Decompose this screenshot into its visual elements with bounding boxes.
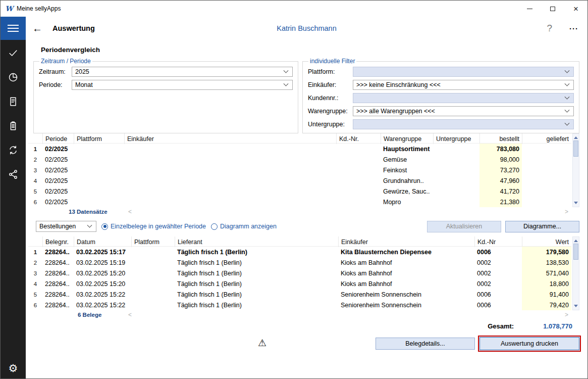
- table-row[interactable]: 1 228264.. 03.02.2025 15:17 Täglich fris…: [28, 247, 571, 257]
- warengruppe-select[interactable]: >>> alle Warengruppen <<<: [353, 106, 574, 116]
- section-heading: Periodenvergleich: [41, 46, 587, 54]
- sidebar-item-auswertung[interactable]: [1, 65, 26, 89]
- table-row[interactable]: 5 02/2025 Gewürze, Sauc.. 41,720: [28, 186, 571, 197]
- chevron-down-icon: [284, 68, 289, 73]
- scroll-left-icon[interactable]: <: [128, 208, 132, 215]
- belegtyp-select[interactable]: Bestellungen: [36, 221, 96, 232]
- table-row[interactable]: 3 02/2025 Feinkost 73,270: [28, 165, 571, 175]
- back-button[interactable]: ←: [32, 23, 42, 33]
- sidebar-item-share[interactable]: [1, 162, 26, 186]
- table-row[interactable]: 3 228264.. 03.02.2025 15:20 Täglich fris…: [28, 268, 571, 278]
- scrollbar-thumb[interactable]: [573, 244, 578, 260]
- page-title: Auswertung: [52, 24, 95, 32]
- scroll-up-icon[interactable]: [574, 240, 578, 242]
- detail-table-header[interactable]: Belegnr. Datum Plattform Lieferant Einkä…: [28, 236, 571, 247]
- radio-diagramm[interactable]: Diagramm anzeigen: [211, 223, 277, 230]
- col-lieferant[interactable]: Lieferant: [175, 236, 338, 247]
- app-header: ← Auswertung Katrin Buschmann ? ···: [26, 17, 587, 40]
- scroll-left-icon[interactable]: <: [128, 311, 132, 318]
- table-row[interactable]: 5 228264.. 03.02.2025 15:22 Täglich fris…: [28, 289, 571, 300]
- col-periode[interactable]: Periode: [42, 133, 74, 144]
- untergruppe-select[interactable]: [353, 119, 574, 129]
- col-untergruppe[interactable]: Untergruppe: [433, 133, 479, 144]
- clipboard-icon: [8, 120, 19, 131]
- aktualisieren-button[interactable]: Aktualisieren: [427, 221, 501, 232]
- maximize-icon: [550, 7, 555, 11]
- col-belegnr[interactable]: Belegnr.: [42, 236, 74, 247]
- belegdetails-button[interactable]: Belegdetails...: [376, 338, 475, 350]
- diagramme-button[interactable]: Diagramme...: [505, 221, 579, 232]
- chevron-down-icon: [565, 94, 570, 99]
- sync-icon: [8, 145, 19, 156]
- table-row[interactable]: 4 228264.. 03.02.2025 15:20 Täglich fris…: [28, 278, 571, 289]
- col-geliefert[interactable]: geliefert: [522, 133, 571, 144]
- gesamt-value: 1.078,770: [543, 322, 572, 330]
- scroll-right-icon[interactable]: >: [565, 208, 568, 215]
- scroll-down-icon[interactable]: [574, 202, 578, 204]
- table-row[interactable]: 6 228264.. 03.02.2025 15:22 Täglich fris…: [28, 300, 571, 310]
- pie-chart-icon: [8, 72, 19, 83]
- more-button[interactable]: ···: [569, 24, 578, 33]
- share-icon: [8, 169, 19, 180]
- period-table-scrollbar[interactable]: [572, 133, 579, 207]
- table-row[interactable]: 1 02/2025 Hauptsortiment 783,080: [28, 144, 571, 154]
- bottom-actions: ⚠ Belegdetails... Auswertung drucken: [28, 336, 579, 352]
- titlebar: W Meine sellyApps ×: [1, 1, 587, 17]
- gear-icon: ⚙: [9, 362, 18, 374]
- table-row[interactable]: 6 02/2025 Mopro 21,380: [28, 197, 571, 207]
- auswertung-drucken-button[interactable]: Auswertung drucken: [479, 337, 579, 350]
- settings-button[interactable]: ⚙: [9, 362, 18, 374]
- record-count: 13 Datensätze: [69, 209, 108, 215]
- detail-table-footer: 6 Belege < >: [28, 310, 579, 319]
- periode-select[interactable]: Monat: [72, 80, 293, 90]
- minimize-button[interactable]: [518, 1, 541, 17]
- scroll-up-icon[interactable]: [574, 136, 578, 139]
- record-count: 6 Belege: [78, 312, 101, 318]
- col-bestellt[interactable]: bestellt: [479, 133, 522, 144]
- col-datum[interactable]: Datum: [74, 236, 131, 247]
- kundennr-select[interactable]: [353, 93, 574, 103]
- col-plattform[interactable]: Plattform: [131, 236, 175, 247]
- sidebar-item-tasks[interactable]: [1, 41, 26, 65]
- zeitraum-select[interactable]: 2025: [72, 67, 293, 77]
- col-warengruppe[interactable]: Warengruppe: [381, 133, 433, 144]
- table-row[interactable]: 2 228264.. 03.02.2025 15:19 Täglich fris…: [28, 257, 571, 268]
- plattform-label: Plattform:: [308, 68, 353, 75]
- close-button[interactable]: ×: [564, 1, 587, 17]
- col-kdnr[interactable]: Kd.-Nr.: [336, 133, 381, 144]
- group-zeitraum-periode: Zeitraum / Periode Zeitraum: 2025 Period…: [33, 58, 298, 133]
- periode-label: Periode:: [39, 81, 72, 88]
- col-einkaeufer[interactable]: Einkäufer: [124, 133, 336, 144]
- chevron-down-icon: [565, 120, 570, 125]
- col-wert[interactable]: Wert: [522, 236, 571, 247]
- table-row[interactable]: 2 02/2025 Gemüse 98,000: [28, 154, 571, 165]
- zeitraum-label: Zeitraum:: [39, 68, 72, 75]
- scroll-right-icon[interactable]: >: [565, 311, 568, 318]
- scroll-down-icon[interactable]: [574, 305, 578, 307]
- sidebar: ⚙: [1, 17, 26, 378]
- menu-button[interactable]: [1, 17, 26, 40]
- einkaeufer-select[interactable]: >>> keine Einschränkung <<<: [353, 80, 574, 90]
- col-einkaeufer[interactable]: Einkäufer: [338, 236, 474, 247]
- chevron-down-icon: [284, 81, 289, 86]
- period-table-header[interactable]: Periode Plattform Einkäufer Kd.-Nr. Ware…: [28, 133, 571, 144]
- sidebar-item-listen[interactable]: [1, 114, 26, 138]
- radio-einzelbelege[interactable]: Einzelbelege in gewählter Periode: [101, 223, 206, 230]
- user-name[interactable]: Katrin Buschmann: [277, 24, 336, 32]
- col-kdnr[interactable]: Kd.-Nr: [474, 236, 522, 247]
- help-button[interactable]: ?: [547, 23, 552, 34]
- detail-controls: Bestellungen Einzelbelege in gewählter P…: [36, 220, 579, 232]
- table-row[interactable]: 4 02/2025 Grundnahrun.. 47,960: [28, 175, 571, 186]
- close-icon: ×: [573, 5, 578, 13]
- detail-table-scrollbar[interactable]: [572, 236, 579, 310]
- scrollbar-thumb[interactable]: [573, 140, 578, 157]
- plattform-select[interactable]: [353, 67, 574, 77]
- chevron-down-icon: [565, 81, 570, 86]
- col-plattform[interactable]: Plattform: [74, 133, 124, 144]
- sidebar-item-sync[interactable]: [1, 138, 26, 162]
- maximize-button[interactable]: [541, 1, 564, 17]
- sidebar-item-belege[interactable]: [1, 89, 26, 114]
- period-table: Periode Plattform Einkäufer Kd.-Nr. Ware…: [28, 133, 579, 207]
- einkaeufer-label: Einkäufer:: [308, 81, 353, 88]
- invoice-icon: [8, 96, 19, 107]
